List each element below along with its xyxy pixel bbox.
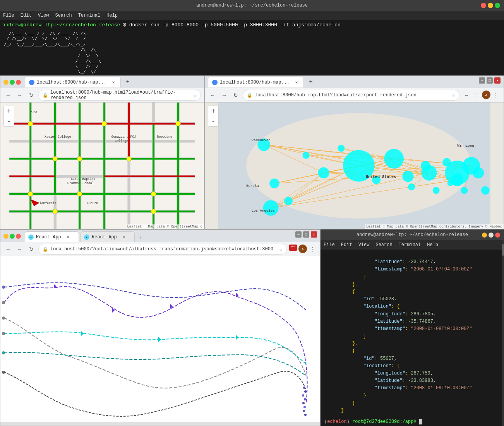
menu-help[interactable]: Help [106, 13, 118, 18]
refresh-button-right[interactable]: ↻ [231, 91, 240, 100]
terminal-json-output: "latitude": -33.74417, "timestamp": "200… [321, 250, 504, 417]
new-tab-btn-bottom[interactable]: + [136, 233, 146, 242]
win-close-b[interactable]: ✕ [311, 231, 317, 238]
react-app-tab-1[interactable]: React App ✕ [25, 231, 79, 242]
win-close-bottom[interactable]: ✕ [16, 234, 21, 239]
zoom-in-right[interactable]: + [208, 106, 218, 116]
share-icon[interactable]: YT [289, 245, 297, 251]
win-min-bottom[interactable]: — [3, 234, 9, 239]
address-bar-left[interactable]: 🔒 localhost:8000/hub-map.html?load=out/t… [38, 90, 201, 101]
extensions-btn[interactable]: □ [472, 91, 481, 100]
terminal-window-controls[interactable] [481, 3, 500, 8]
new-tab-btn-right[interactable]: + [306, 77, 315, 87]
bookmark-icon-left[interactable]: ☆ [194, 92, 197, 99]
terminal-bottom-win-controls[interactable] [482, 233, 500, 238]
map-zoom-right[interactable]: + - [208, 106, 219, 127]
address-bar-right[interactable]: 🔒 localhost:8000/hub-map.html?load=out/a… [243, 90, 459, 101]
react-app-tab-2[interactable]: React App ✕ [81, 231, 135, 242]
svg-point-113 [445, 161, 470, 185]
close-button[interactable] [481, 3, 486, 8]
browser-tab-left[interactable]: localhost:8000/hub-map... ✕ [25, 77, 121, 87]
win-min-right[interactable]: — [479, 77, 485, 84]
svg-line-67 [274, 166, 359, 183]
refresh-button-left[interactable]: ↻ [27, 91, 36, 100]
minimize-button[interactable] [488, 3, 493, 8]
avatar-bottom[interactable]: A [298, 245, 307, 253]
win-close[interactable]: ✕ [16, 80, 21, 85]
term-close-btn[interactable] [495, 233, 500, 238]
zoom-out-right[interactable]: - [208, 116, 218, 126]
svg-point-147 [304, 414, 307, 416]
term-menu-view[interactable]: View [358, 242, 370, 248]
win-max-b[interactable]: □ [303, 231, 309, 238]
tab-close-left[interactable]: ✕ [110, 79, 117, 86]
svg-line-63 [271, 159, 394, 208]
term-max-btn[interactable] [489, 233, 494, 238]
maximize-button[interactable] [495, 3, 500, 8]
traffic-svg: Kew Xavier College Genazzano FCJ College… [0, 103, 204, 229]
address-bar-bottom[interactable]: 🔒 localhost:5000/?notation=out/albatross… [38, 244, 287, 255]
react-tab-close-2[interactable]: ✕ [121, 234, 127, 240]
url-text-bottom: localhost:5000/?notation=out/albatross-t… [50, 246, 277, 252]
forward-button-right[interactable]: → [219, 91, 229, 100]
forward-button-left[interactable]: → [15, 91, 24, 100]
scrollbar-thumb[interactable] [502, 244, 504, 256]
term-menu-help[interactable]: Help [427, 242, 438, 248]
menu-file[interactable]: File [3, 13, 14, 18]
term-menu-search[interactable]: Search [375, 242, 392, 248]
trajectory-area[interactable] [0, 256, 320, 426]
win-close-right[interactable]: ✕ [494, 77, 501, 84]
win-controls-right[interactable]: — □ ✕ [479, 77, 501, 84]
svg-line-61 [271, 173, 324, 208]
back-button-bottom[interactable]: ← [3, 245, 13, 254]
menu-terminal[interactable]: Terminal [78, 13, 101, 18]
win-max-bottom[interactable]: □ [10, 234, 15, 239]
horizontal-scrollbar[interactable] [0, 422, 320, 426]
bookmark-icon-bottom[interactable]: ☆ [279, 246, 283, 253]
win-controls-left[interactable]: — □ ✕ [3, 80, 21, 85]
term-menu-terminal[interactable]: Terminal [399, 242, 421, 248]
nav-extra-bottom: YT A ⋮ [289, 245, 317, 254]
term-min-btn[interactable] [482, 233, 487, 238]
svg-line-72 [288, 159, 394, 201]
back-button-left[interactable]: ← [3, 91, 13, 100]
menu-edit[interactable]: Edit [21, 13, 32, 18]
menu-icon-bottom[interactable]: ⋮ [308, 245, 317, 254]
svg-point-101 [318, 167, 329, 178]
win-min-b[interactable]: — [295, 231, 302, 238]
react-tab-close-1[interactable]: ✕ [65, 234, 71, 240]
win-maximize[interactable]: □ [10, 80, 15, 85]
menu-icon[interactable]: ⋮ [491, 91, 501, 100]
extensions-icon[interactable]: ⋯ [462, 91, 471, 100]
new-tab-btn-left[interactable]: + [123, 77, 132, 87]
menu-search[interactable]: Search [55, 13, 72, 18]
tab-close-right[interactable]: ✕ [293, 79, 300, 86]
map-zoom-left[interactable]: + - [3, 106, 14, 127]
terminal-titlebar: andrew@andrew-ltp: ~/src/echelon-release [0, 0, 504, 11]
svg-line-83 [394, 159, 457, 180]
tab-favicon-left [29, 80, 34, 85]
browser-tab-right[interactable]: localhost:8000/hub-map... ✕ [208, 77, 304, 87]
bookmark-icon-right[interactable]: ☆ [452, 92, 455, 99]
zoom-out-left[interactable]: - [4, 116, 14, 126]
browser-chrome-right: localhost:8000/hub-map... ✕ + — □ ✕ ← → … [205, 76, 504, 103]
svg-line-91 [411, 173, 429, 187]
win-controls-bottom-right[interactable]: — □ ✕ [295, 231, 317, 238]
win-minimize[interactable]: — [3, 80, 9, 85]
win-controls-bottom[interactable]: — □ ✕ [3, 234, 21, 239]
map-attribution-right: Leaflet | Map data © OpenStreetMap contr… [365, 224, 504, 229]
win-max-right[interactable]: □ [487, 77, 493, 84]
avatar-icon[interactable]: A [482, 91, 490, 99]
zoom-in-left[interactable]: + [4, 106, 14, 116]
traffic-map-area[interactable]: + - [0, 103, 204, 229]
back-button-right[interactable]: ← [208, 91, 217, 100]
term-menu-edit[interactable]: Edit [341, 242, 352, 248]
airport-map-area[interactable]: + - [205, 103, 504, 229]
svg-point-114 [451, 173, 464, 186]
term-menu-file[interactable]: File [324, 242, 335, 248]
menu-view[interactable]: View [38, 13, 49, 18]
svg-line-59 [264, 145, 458, 180]
forward-button-bottom[interactable]: → [15, 245, 24, 254]
refresh-button-bottom[interactable]: ↻ [27, 245, 36, 254]
terminal-scrollbar[interactable] [502, 240, 504, 426]
